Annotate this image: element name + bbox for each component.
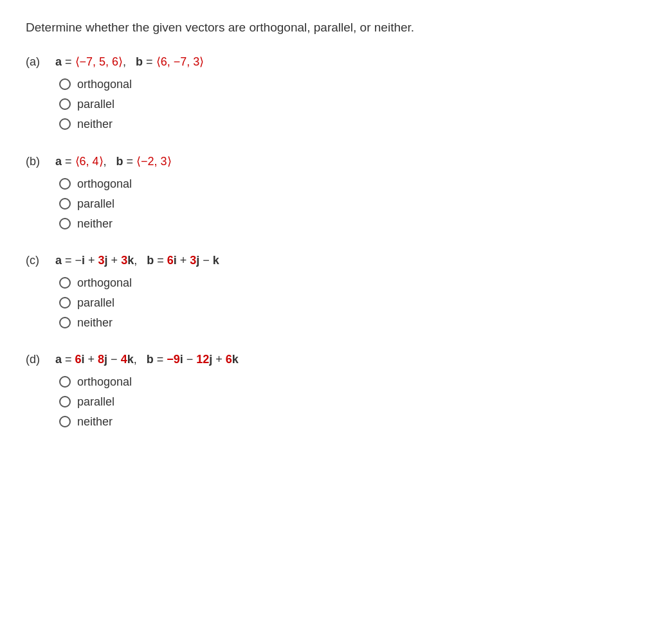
- part-b-parallel-label: parallel: [77, 197, 114, 211]
- part-d-parallel-label: parallel: [77, 395, 114, 409]
- part-d: (d) a = 6i + 8j − 4k, b = −9i − 12j + 6k…: [26, 353, 639, 429]
- part-b-orthogonal-label: orthogonal: [77, 177, 132, 191]
- part-c-neither-radio[interactable]: [59, 317, 71, 328]
- part-b-orthogonal-radio[interactable]: [59, 178, 71, 190]
- part-b-label: (b): [26, 155, 45, 168]
- part-a-orthogonal-label: orthogonal: [77, 78, 132, 91]
- part-d-neither[interactable]: neither: [59, 415, 639, 429]
- part-c-parallel[interactable]: parallel: [59, 296, 639, 310]
- part-b-orthogonal[interactable]: orthogonal: [59, 177, 639, 191]
- part-c-orthogonal-label: orthogonal: [77, 276, 132, 290]
- part-d-label: (d): [26, 353, 45, 366]
- part-d-orthogonal-label: orthogonal: [77, 375, 132, 389]
- part-d-parallel[interactable]: parallel: [59, 395, 639, 409]
- part-c-parallel-label: parallel: [77, 296, 114, 310]
- part-a-vectors: a = ⟨−7, 5, 6⟩, b = ⟨6, −7, 3⟩: [55, 55, 204, 69]
- part-a-orthogonal-radio[interactable]: [59, 78, 71, 90]
- part-a-parallel-label: parallel: [77, 98, 114, 111]
- part-a-parallel[interactable]: parallel: [59, 98, 639, 111]
- part-d-neither-label: neither: [77, 415, 113, 429]
- question-header: Determine whether the given vectors are …: [26, 19, 639, 37]
- part-c: (c) a = −i + 3j + 3k, b = 6i + 3j − k or…: [26, 254, 639, 330]
- part-b-neither-radio[interactable]: [59, 218, 71, 229]
- part-b-vectors: a = ⟨6, 4⟩, b = ⟨−2, 3⟩: [55, 154, 172, 168]
- part-d-header: (d) a = 6i + 8j − 4k, b = −9i − 12j + 6k: [26, 353, 639, 366]
- part-d-orthogonal[interactable]: orthogonal: [59, 375, 639, 389]
- part-a-options: orthogonal parallel neither: [59, 78, 639, 131]
- part-a-neither-label: neither: [77, 118, 113, 131]
- part-a-orthogonal[interactable]: orthogonal: [59, 78, 639, 91]
- part-c-label: (c): [26, 254, 45, 267]
- part-d-orthogonal-radio[interactable]: [59, 376, 71, 388]
- part-b-parallel[interactable]: parallel: [59, 197, 639, 211]
- part-d-vectors: a = 6i + 8j − 4k, b = −9i − 12j + 6k: [55, 353, 239, 366]
- part-c-vectors: a = −i + 3j + 3k, b = 6i + 3j − k: [55, 254, 219, 267]
- part-b-parallel-radio[interactable]: [59, 198, 71, 210]
- part-c-neither-label: neither: [77, 316, 113, 330]
- part-c-orthogonal-radio[interactable]: [59, 277, 71, 289]
- part-c-parallel-radio[interactable]: [59, 297, 71, 309]
- part-b: (b) a = ⟨6, 4⟩, b = ⟨−2, 3⟩ orthogonal p…: [26, 154, 639, 231]
- part-a-label: (a): [26, 55, 45, 69]
- part-a-parallel-radio[interactable]: [59, 98, 71, 110]
- part-b-header: (b) a = ⟨6, 4⟩, b = ⟨−2, 3⟩: [26, 154, 639, 168]
- part-a-neither[interactable]: neither: [59, 118, 639, 131]
- part-c-orthogonal[interactable]: orthogonal: [59, 276, 639, 290]
- part-a-header: (a) a = ⟨−7, 5, 6⟩, b = ⟨6, −7, 3⟩: [26, 55, 639, 69]
- part-d-parallel-radio[interactable]: [59, 396, 71, 407]
- part-d-options: orthogonal parallel neither: [59, 375, 639, 429]
- part-c-options: orthogonal parallel neither: [59, 276, 639, 330]
- part-a-neither-radio[interactable]: [59, 118, 71, 130]
- part-b-options: orthogonal parallel neither: [59, 177, 639, 231]
- part-b-neither[interactable]: neither: [59, 217, 639, 231]
- part-c-neither[interactable]: neither: [59, 316, 639, 330]
- part-a: (a) a = ⟨−7, 5, 6⟩, b = ⟨6, −7, 3⟩ ortho…: [26, 55, 639, 131]
- part-b-neither-label: neither: [77, 217, 113, 231]
- part-d-neither-radio[interactable]: [59, 416, 71, 427]
- part-c-header: (c) a = −i + 3j + 3k, b = 6i + 3j − k: [26, 254, 639, 267]
